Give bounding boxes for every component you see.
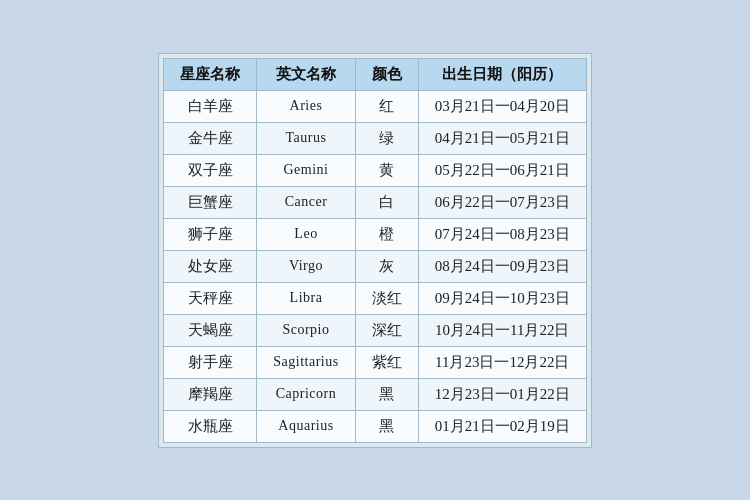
cell-english: Gemini: [257, 154, 355, 186]
cell-color: 橙: [355, 218, 418, 250]
cell-chinese: 双子座: [164, 154, 257, 186]
cell-color: 红: [355, 90, 418, 122]
cell-dates: 08月24日一09月23日: [418, 250, 586, 282]
cell-english: Aries: [257, 90, 355, 122]
cell-english: Leo: [257, 218, 355, 250]
cell-color: 紫红: [355, 346, 418, 378]
cell-english: Scorpio: [257, 314, 355, 346]
cell-english: Sagittarius: [257, 346, 355, 378]
cell-english: Taurus: [257, 122, 355, 154]
cell-dates: 09月24日一10月23日: [418, 282, 586, 314]
cell-chinese: 狮子座: [164, 218, 257, 250]
cell-dates: 05月22日一06月21日: [418, 154, 586, 186]
table-row: 射手座Sagittarius紫红11月23日一12月22日: [164, 346, 586, 378]
cell-chinese: 金牛座: [164, 122, 257, 154]
cell-dates: 04月21日一05月21日: [418, 122, 586, 154]
cell-chinese: 白羊座: [164, 90, 257, 122]
table-row: 金牛座Taurus绿04月21日一05月21日: [164, 122, 586, 154]
cell-dates: 03月21日一04月20日: [418, 90, 586, 122]
cell-color: 绿: [355, 122, 418, 154]
cell-dates: 10月24日一11月22日: [418, 314, 586, 346]
cell-color: 灰: [355, 250, 418, 282]
cell-color: 黑: [355, 378, 418, 410]
cell-color: 黄: [355, 154, 418, 186]
cell-dates: 01月21日一02月19日: [418, 410, 586, 442]
table-row: 摩羯座Capricorn黑12月23日一01月22日: [164, 378, 586, 410]
cell-english: Capricorn: [257, 378, 355, 410]
col-header-chinese: 星座名称: [164, 58, 257, 90]
col-header-english: 英文名称: [257, 58, 355, 90]
cell-chinese: 摩羯座: [164, 378, 257, 410]
zodiac-table-container: 星座名称 英文名称 颜色 出生日期（阳历） 白羊座Aries红03月21日一04…: [158, 53, 591, 448]
cell-color: 淡红: [355, 282, 418, 314]
cell-chinese: 处女座: [164, 250, 257, 282]
cell-color: 白: [355, 186, 418, 218]
cell-dates: 07月24日一08月23日: [418, 218, 586, 250]
cell-dates: 11月23日一12月22日: [418, 346, 586, 378]
cell-chinese: 巨蟹座: [164, 186, 257, 218]
cell-english: Aquarius: [257, 410, 355, 442]
col-header-dates: 出生日期（阳历）: [418, 58, 586, 90]
cell-english: Libra: [257, 282, 355, 314]
col-header-color: 颜色: [355, 58, 418, 90]
table-row: 狮子座Leo橙07月24日一08月23日: [164, 218, 586, 250]
cell-chinese: 水瓶座: [164, 410, 257, 442]
cell-english: Cancer: [257, 186, 355, 218]
cell-english: Virgo: [257, 250, 355, 282]
table-row: 双子座Gemini黄05月22日一06月21日: [164, 154, 586, 186]
table-row: 天蝎座Scorpio深红10月24日一11月22日: [164, 314, 586, 346]
table-row: 巨蟹座Cancer白06月22日一07月23日: [164, 186, 586, 218]
cell-dates: 06月22日一07月23日: [418, 186, 586, 218]
cell-dates: 12月23日一01月22日: [418, 378, 586, 410]
zodiac-table: 星座名称 英文名称 颜色 出生日期（阳历） 白羊座Aries红03月21日一04…: [163, 58, 586, 443]
table-row: 天秤座Libra淡红09月24日一10月23日: [164, 282, 586, 314]
cell-color: 深红: [355, 314, 418, 346]
table-row: 水瓶座Aquarius黑01月21日一02月19日: [164, 410, 586, 442]
table-header-row: 星座名称 英文名称 颜色 出生日期（阳历）: [164, 58, 586, 90]
table-row: 处女座Virgo灰08月24日一09月23日: [164, 250, 586, 282]
cell-chinese: 天蝎座: [164, 314, 257, 346]
cell-chinese: 天秤座: [164, 282, 257, 314]
cell-color: 黑: [355, 410, 418, 442]
cell-chinese: 射手座: [164, 346, 257, 378]
table-row: 白羊座Aries红03月21日一04月20日: [164, 90, 586, 122]
